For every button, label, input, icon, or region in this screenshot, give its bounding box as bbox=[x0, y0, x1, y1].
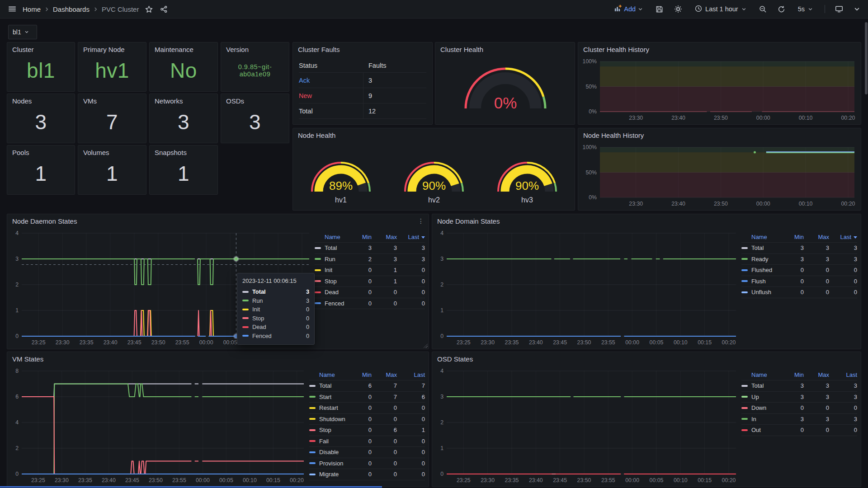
domain-legend-row-ready[interactable]: Ready333 bbox=[741, 254, 857, 265]
panel-title[interactable]: VM States bbox=[7, 352, 429, 365]
legend-header-max[interactable]: Max bbox=[804, 234, 829, 240]
tv-mode-icon[interactable] bbox=[834, 4, 844, 14]
refresh-icon[interactable] bbox=[777, 5, 786, 14]
panel-title[interactable]: Cluster Health History bbox=[578, 42, 861, 55]
legend-header-last[interactable]: Last bbox=[829, 234, 857, 240]
vm-plot-area[interactable]: 0246823:2523:3023:3523:4023:4523:5023:55… bbox=[9, 366, 307, 486]
breadcrumb-current: PVC Cluster bbox=[102, 5, 139, 13]
legend-min-value: 0 bbox=[352, 416, 372, 422]
daemon-legend-row-run[interactable]: Run233 bbox=[315, 254, 425, 265]
panel-title[interactable]: Node Health bbox=[293, 128, 575, 141]
series-color-chip bbox=[741, 291, 748, 293]
vm-legend-row-total[interactable]: Total677 bbox=[309, 380, 425, 392]
panel-resize-handle[interactable] bbox=[423, 343, 428, 348]
favorite-star-icon[interactable] bbox=[144, 5, 154, 14]
osd-legend-row-down[interactable]: Down000 bbox=[741, 403, 857, 414]
osd-legend-row-up[interactable]: Up333 bbox=[741, 392, 857, 403]
vm-legend-row-stop[interactable]: Stop061 bbox=[309, 425, 425, 436]
legend-header-max[interactable]: Max bbox=[372, 371, 397, 378]
osd-legend-row-total[interactable]: Total333 bbox=[741, 380, 857, 392]
stat-title[interactable]: Pools bbox=[7, 145, 75, 158]
series-color-chip bbox=[741, 280, 748, 282]
stat-title[interactable]: Snapshots bbox=[150, 145, 217, 158]
scrollbar-thumb[interactable] bbox=[865, 22, 868, 94]
node_history-plot-area[interactable]: 0%50%100%23:3023:4023:5000:0000:1000:20 bbox=[580, 142, 858, 209]
daemon-legend-row-dead[interactable]: Dead000 bbox=[315, 287, 425, 298]
faults-value-cell: 9 bbox=[363, 88, 426, 103]
stat-panel-snapshots: Snapshots1 bbox=[149, 145, 218, 195]
stat-title[interactable]: Version bbox=[221, 42, 289, 55]
stat-title[interactable]: VMs bbox=[78, 94, 146, 107]
refresh-interval-dropdown[interactable]: 5s bbox=[795, 5, 816, 13]
legend-header-max[interactable]: Max bbox=[372, 234, 397, 240]
svg-text:00:05: 00:05 bbox=[223, 339, 237, 346]
stat-title[interactable]: Primary Node bbox=[78, 42, 146, 55]
menu-toggle-icon[interactable] bbox=[7, 4, 17, 14]
stat-title[interactable]: Networks bbox=[150, 94, 217, 107]
save-dashboard-icon[interactable] bbox=[655, 5, 664, 14]
dashboard-settings-gear-icon[interactable] bbox=[673, 4, 683, 14]
breadcrumb-home[interactable]: Home bbox=[23, 5, 41, 13]
legend-header-min[interactable]: Min bbox=[784, 371, 804, 378]
variable-dropdown[interactable]: bl1 bbox=[8, 25, 37, 39]
domain-legend-row-unflush[interactable]: Unflush000 bbox=[741, 287, 857, 298]
legend-header-min[interactable]: Min bbox=[352, 371, 372, 378]
legend-header-last[interactable]: Last bbox=[397, 371, 425, 378]
cluster_history-plot-area[interactable]: 0%50%100%23:3023:4023:5000:0000:1000:20 bbox=[580, 56, 858, 123]
osd-legend-row-out[interactable]: Out000 bbox=[741, 425, 857, 436]
vm-legend-row-disable[interactable]: Disable000 bbox=[309, 447, 425, 458]
svg-text:0: 0 bbox=[15, 471, 19, 477]
osd-plot-area[interactable]: 0123423:2523:3023:3523:4023:4523:5023:55… bbox=[434, 366, 740, 486]
stat-title[interactable]: Maintenance bbox=[150, 42, 217, 55]
series-name: Up bbox=[751, 394, 759, 400]
legend-header-min[interactable]: Min bbox=[784, 234, 804, 240]
svg-text:2: 2 bbox=[15, 445, 19, 451]
svg-text:00:10: 00:10 bbox=[674, 339, 688, 346]
vm-legend-row-migrate[interactable]: Migrate000 bbox=[309, 469, 425, 480]
top-navbar: Home Dashboards PVC Cluster Add bbox=[0, 0, 868, 19]
domain-legend-row-total[interactable]: Total333 bbox=[741, 243, 857, 254]
series-color-chip bbox=[242, 335, 249, 337]
stat-title[interactable]: Volumes bbox=[78, 145, 146, 158]
panel-title[interactable]: Node Daemon States bbox=[7, 214, 429, 227]
chevron-down-icon bbox=[638, 7, 643, 12]
legend-header-last[interactable]: Last bbox=[829, 371, 857, 378]
faults-row[interactable]: New9 bbox=[299, 88, 426, 103]
panel-title[interactable]: Node Health History bbox=[578, 128, 861, 141]
stat-title[interactable]: Cluster bbox=[7, 42, 75, 55]
share-icon[interactable] bbox=[159, 5, 169, 14]
zoom-out-icon[interactable] bbox=[758, 5, 768, 14]
panel-menu-kebab-icon[interactable]: ⋮ bbox=[418, 217, 424, 225]
daemon-legend-row-init[interactable]: Init010 bbox=[315, 265, 425, 276]
panel-title[interactable]: Node Domain States bbox=[432, 214, 861, 227]
legend-header-last[interactable]: Last bbox=[397, 234, 425, 240]
breadcrumb-dashboards[interactable]: Dashboards bbox=[53, 5, 90, 13]
domain-legend-row-flush[interactable]: Flush000 bbox=[741, 276, 857, 287]
chevron-down-icon[interactable] bbox=[853, 5, 861, 13]
faults-row[interactable]: Total12 bbox=[299, 103, 426, 119]
legend-header-max[interactable]: Max bbox=[804, 371, 829, 378]
domain-plot-area[interactable]: 0123423:2523:3023:3523:4023:4523:5023:55… bbox=[434, 228, 740, 348]
legend-header-min[interactable]: Min bbox=[352, 234, 372, 240]
panel-title[interactable]: Cluster Health bbox=[435, 42, 575, 55]
panel-title[interactable]: OSD States bbox=[432, 352, 861, 365]
domain-legend-row-flushed[interactable]: Flushed000 bbox=[741, 265, 857, 276]
vm-legend-row-provision[interactable]: Provision000 bbox=[309, 458, 425, 469]
daemon-legend-row-fenced[interactable]: Fenced000 bbox=[315, 298, 425, 310]
vm-legend-row-shutdown[interactable]: Shutdown000 bbox=[309, 414, 425, 425]
osd-legend-row-in[interactable]: In333 bbox=[741, 414, 857, 425]
daemon-legend-row-total[interactable]: Total333 bbox=[315, 243, 425, 254]
stat-title[interactable]: Nodes bbox=[7, 94, 75, 107]
legend-max-value: 3 bbox=[372, 256, 397, 263]
time-range-picker[interactable]: Last 1 hour bbox=[692, 5, 749, 14]
svg-text:00:20: 00:20 bbox=[290, 477, 304, 483]
add-button[interactable]: Add bbox=[611, 4, 646, 14]
panel-title[interactable]: Cluster Faults bbox=[293, 42, 432, 55]
vm-legend-row-fail[interactable]: Fail000 bbox=[309, 436, 425, 447]
daemon-legend-row-stop[interactable]: Stop010 bbox=[315, 276, 425, 287]
vm-legend-row-restart[interactable]: Restart000 bbox=[309, 403, 425, 414]
vm-legend-row-start[interactable]: Start076 bbox=[309, 392, 425, 403]
stat-title[interactable]: OSDs bbox=[221, 94, 289, 107]
faults-row[interactable]: Ack3 bbox=[299, 73, 426, 88]
series-name: Start bbox=[319, 394, 331, 400]
